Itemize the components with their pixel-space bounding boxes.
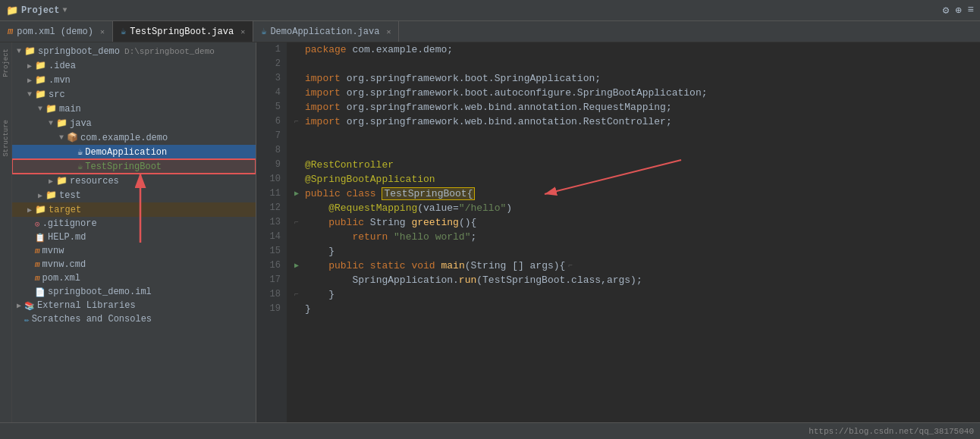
- libs-icon: 📚: [24, 301, 35, 311]
- layout-icon[interactable]: ⊕: [955, 4, 961, 17]
- code-line-2: [294, 57, 980, 71]
- code-editor[interactable]: package com.example.demo; import org.spr…: [287, 42, 980, 422]
- tree-path-root: D:\springboot_demo: [124, 47, 215, 56]
- editor-area: 1 2 3 4 5 6 7 8 9 10 11 12 13 14 15 16 1…: [256, 42, 980, 422]
- tab-testspringboot[interactable]: ☕ TestSpringBoot.java ✕: [113, 21, 253, 42]
- tree-label-mvnwcmd: mvnw.cmd: [42, 259, 86, 270]
- tree-item-root[interactable]: ▼ 📁 springboot_demo D:\springboot_demo: [12, 44, 256, 58]
- tree-label-java: java: [70, 118, 92, 129]
- tree-arrow-root: ▼: [14, 47, 24, 55]
- tree-item-scratches[interactable]: ✏ Scratches and Consoles: [12, 312, 256, 326]
- ide-window: 📁 Project ▼ ⚙ ⊕ ≡ m pom.xml (demo) ✕ ☕ T…: [0, 0, 980, 439]
- tree-arrow-test: ▶: [35, 191, 46, 200]
- dropdown-arrow: ▼: [62, 6, 67, 14]
- tree-arrow-external-libs: ▶: [14, 301, 24, 310]
- sidebar-tree: ▼ 📁 springboot_demo D:\springboot_demo ▶…: [12, 42, 256, 422]
- iml-icon: 📄: [35, 287, 46, 297]
- tree-label-test: test: [59, 190, 81, 201]
- code-line-19: }: [294, 302, 980, 316]
- code-text-13: public String greeting(){: [305, 215, 476, 230]
- folder-icon-main: 📁: [46, 103, 57, 114]
- fold-arrow-16[interactable]: ▶: [294, 259, 305, 273]
- folder-icon-src: 📁: [35, 89, 46, 100]
- tree-item-java[interactable]: ▼ 📁 java: [12, 116, 256, 130]
- tree-label-idea: .idea: [49, 61, 76, 71]
- tree-label-mvnw: mvnw: [42, 246, 64, 256]
- fold-arrow-18[interactable]: ⌐: [294, 287, 305, 302]
- code-text-16: public static void main(String [] args){: [305, 259, 565, 273]
- tree-label-gitignore: .gitignore: [42, 218, 97, 229]
- folder-icon-resources: 📁: [56, 175, 68, 187]
- code-line-3: import org.springframework.boot.SpringAp…: [294, 71, 980, 86]
- fold-arrow-13[interactable]: ⌐: [294, 215, 305, 230]
- code-line-8: [294, 143, 980, 158]
- folder-icon-target: 📁: [35, 204, 46, 215]
- code-text-9: @RestController: [305, 158, 394, 172]
- code-line-10: @SpringBootApplication: [294, 172, 980, 187]
- tree-item-iml[interactable]: 📄 springboot_demo.iml: [12, 285, 256, 299]
- code-text-18: }: [305, 287, 335, 302]
- code-line-6: ⌐ import org.springframework.web.bind.an…: [294, 114, 980, 129]
- tab-pom[interactable]: m pom.xml (demo) ✕: [0, 21, 113, 42]
- mvnw-icon: m: [35, 246, 40, 256]
- tree-item-mvnwcmd[interactable]: m mvnw.cmd: [12, 258, 256, 271]
- java-icon-testspringboot: ☕: [77, 161, 83, 172]
- tree-label-helpmd: HELP.md: [48, 232, 86, 243]
- code-line-17: SpringApplication.run(TestSpringBoot.cla…: [294, 273, 980, 287]
- tab-demoapplication-close[interactable]: ✕: [386, 27, 391, 36]
- pomxml-icon: m: [35, 274, 40, 283]
- tree-label-scratches: Scratches and Consoles: [32, 314, 152, 325]
- tree-item-external-libs[interactable]: ▶ 📚 External Libraries: [12, 299, 256, 312]
- tab-pom-icon: m: [8, 27, 13, 37]
- tab-pom-close[interactable]: ✕: [100, 27, 105, 36]
- tree-label-iml: springboot_demo.iml: [48, 287, 152, 297]
- tree-arrow-resources: ▶: [46, 177, 56, 186]
- mvnwcmd-icon: m: [35, 260, 40, 269]
- tab-testspringboot-label: TestSpringBoot.java: [130, 27, 234, 37]
- tree-item-target[interactable]: ▶ 📁 target: [12, 202, 256, 217]
- code-text-14: return "hello world";: [305, 230, 476, 244]
- code-text-6: import org.springframework.web.bind.anno…: [305, 114, 672, 129]
- tab-demoapplication-label: DemoApplication.java: [270, 27, 379, 37]
- code-text-17: SpringApplication.run(TestSpringBoot.cla…: [305, 273, 642, 287]
- tab-demoapplication[interactable]: ☕ DemoApplication.java ✕: [253, 21, 399, 42]
- tree-item-demoapplication[interactable]: ☕ DemoApplication: [12, 145, 256, 159]
- code-text-4: import org.springframework.boot.autoconf…: [305, 86, 708, 100]
- tree-label-main: main: [59, 104, 81, 114]
- tree-label-src: src: [49, 89, 65, 100]
- tree-item-testspringboot[interactable]: ☕ TestSpringBoot: [12, 159, 256, 174]
- code-text-3: import org.springframework.boot.SpringAp…: [305, 71, 601, 86]
- code-line-12: @RequestMapping(value="/hello"): [294, 201, 980, 215]
- tree-item-main[interactable]: ▼ 📁 main: [12, 102, 256, 116]
- folder-icon-root: 📁: [24, 45, 36, 57]
- tab-testspringboot-close[interactable]: ✕: [240, 27, 245, 36]
- tree-item-src[interactable]: ▼ 📁 src: [12, 87, 256, 102]
- tree-arrow-src: ▼: [24, 90, 35, 99]
- top-bar-title: Project: [21, 5, 59, 16]
- git-icon: ⊙: [35, 219, 40, 229]
- settings-icon[interactable]: ⚙: [943, 4, 949, 17]
- tree-item-pomxml[interactable]: m pom.xml: [12, 271, 256, 285]
- code-text-10: @SpringBootApplication: [305, 172, 435, 187]
- tree-item-mvn[interactable]: ▶ 📁 .mvn: [12, 73, 256, 87]
- tree-item-test[interactable]: ▶ 📁 test: [12, 188, 256, 202]
- tree-label-target: target: [49, 205, 81, 215]
- tree-label-pomxml: pom.xml: [42, 273, 80, 284]
- tree-item-idea[interactable]: ▶ 📁 .idea: [12, 58, 256, 73]
- package-icon: 📦: [67, 132, 78, 143]
- code-line-16: ▶ public static void main(String [] args…: [294, 259, 980, 273]
- code-text-5: import org.springframework.web.bind.anno…: [305, 100, 672, 114]
- menu-icon[interactable]: ≡: [968, 4, 974, 17]
- fold-arrow-11[interactable]: ▶: [294, 187, 305, 201]
- tree-item-mvnw[interactable]: m mvnw: [12, 244, 256, 258]
- structure-vertical-label[interactable]: Structure: [0, 114, 11, 163]
- tree-item-gitignore[interactable]: ⊙ .gitignore: [12, 217, 256, 230]
- tree-item-resources[interactable]: ▶ 📁 resources: [12, 174, 256, 188]
- tree-label-package: com.example.demo: [80, 133, 168, 143]
- project-dropdown[interactable]: 📁 Project ▼: [6, 5, 67, 17]
- code-text-11: public class TestSpringBoot{: [305, 187, 475, 201]
- tree-item-helpmd[interactable]: 📋 HELP.md: [12, 230, 256, 244]
- tree-item-package[interactable]: ▼ 📦 com.example.demo: [12, 130, 256, 145]
- tree-arrow-mvn: ▶: [24, 76, 35, 85]
- project-vertical-label[interactable]: Project: [0, 42, 11, 83]
